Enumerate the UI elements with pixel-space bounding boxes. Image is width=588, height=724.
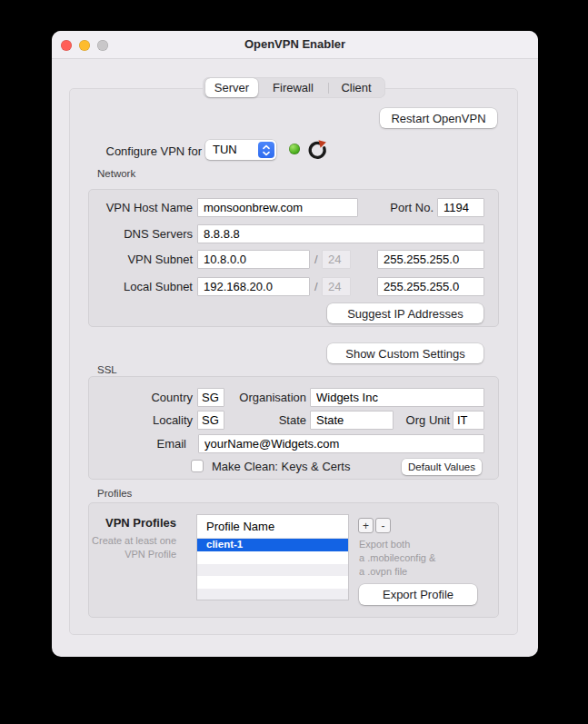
vpn-mode-value: TUN (213, 143, 237, 156)
tab-bar: Server Firewall Client (203, 77, 385, 98)
vpn-mode-popup[interactable]: TUN (205, 140, 276, 160)
app-window: OpenVPN Enabler Server Firewall Client R… (52, 31, 538, 657)
local-subnet-slash: / (314, 280, 318, 293)
organisation-input[interactable] (310, 388, 484, 407)
show-custom-settings-button[interactable]: Show Custom Settings (327, 343, 483, 363)
profile-row-empty[interactable] (197, 564, 348, 577)
vpn-profiles-helper: Create at least one VPN Profile (67, 534, 176, 561)
port-no-input[interactable] (437, 198, 484, 217)
default-values-button[interactable]: Default Values (402, 459, 482, 475)
remove-profile-button[interactable]: - (375, 518, 391, 533)
suggest-ip-addresses-button[interactable]: Suggest IP Addresses (327, 303, 483, 323)
dns-servers-label: DNS Servers (70, 227, 193, 241)
profile-row-selected[interactable]: client-1 (197, 539, 348, 551)
dns-servers-input[interactable] (197, 224, 484, 243)
export-profile-button[interactable]: Export Profile (359, 584, 477, 605)
vpn-status-led-icon (289, 144, 300, 154)
window-title: OpenVPN Enabler (52, 31, 538, 58)
vpn-subnet-label: VPN Subnet (70, 253, 193, 266)
profiles-table-header: Profile Name (197, 515, 348, 539)
local-subnet-prefix-input (322, 277, 351, 296)
org-unit-label: Org Unit (361, 413, 450, 427)
ssl-group-label: SSL (97, 364, 117, 375)
profile-row-empty[interactable] (197, 589, 348, 600)
local-subnet-input[interactable] (197, 277, 310, 296)
export-note: Export both a .mobileconfig & a .ovpn fi… (359, 538, 486, 579)
vpn-host-name-label: VPN Host Name (70, 201, 193, 214)
vpn-subnet-prefix-input (322, 250, 351, 269)
port-no-label: Port No. (352, 201, 434, 214)
tab-server[interactable]: Server (205, 78, 258, 97)
make-clean-checkbox[interactable] (191, 460, 204, 472)
local-subnet-label: Local Subnet (70, 280, 193, 293)
org-unit-input[interactable] (453, 411, 484, 430)
organisation-label: Organisation (188, 391, 306, 404)
country-label: Country (70, 391, 193, 404)
tab-firewall[interactable]: Firewall (258, 78, 328, 97)
vpn-subnet-slash: / (314, 253, 318, 266)
vpn-profiles-label: VPN Profiles (67, 516, 176, 530)
vpn-subnet-input[interactable] (197, 250, 310, 269)
state-label: State (215, 413, 306, 427)
title-bar[interactable]: OpenVPN Enabler (52, 31, 538, 59)
refresh-icon[interactable] (306, 139, 328, 161)
make-clean-label: Make Clean: Keys & Certs (212, 460, 384, 473)
profiles-group-label: Profiles (97, 488, 132, 499)
locality-label: Locality (70, 413, 193, 427)
chevron-up-down-icon (258, 142, 274, 158)
vpn-subnet-mask-input[interactable] (377, 250, 484, 269)
local-subnet-mask-input[interactable] (377, 277, 484, 296)
profile-row-empty[interactable] (197, 551, 348, 564)
email-input[interactable] (198, 434, 484, 453)
network-group-label: Network (97, 168, 135, 179)
email-label: Email (70, 437, 186, 451)
add-profile-button[interactable]: + (358, 518, 374, 533)
restart-openvpn-button[interactable]: Restart OpenVPN (380, 108, 497, 128)
profiles-table[interactable]: Profile Name client-1 (196, 514, 349, 600)
vpn-host-name-input[interactable] (197, 198, 358, 217)
tab-client[interactable]: Client (329, 78, 384, 97)
configure-vpn-label: Configure VPN for (70, 144, 202, 158)
profile-row-empty[interactable] (197, 576, 348, 589)
desktop-background: OpenVPN Enabler Server Firewall Client R… (0, 0, 588, 724)
